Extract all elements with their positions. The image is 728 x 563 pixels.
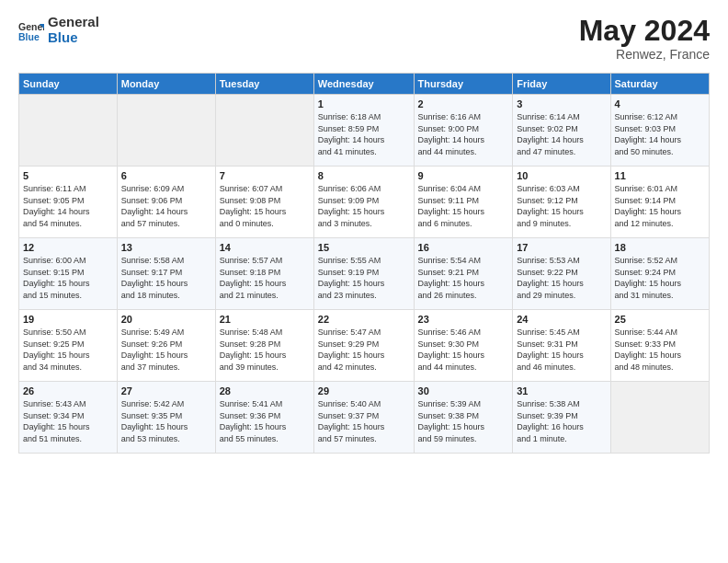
day-number: 2 [418, 98, 509, 109]
day-cell-21: 21Sunrise: 5:48 AM Sunset: 9:28 PM Dayli… [215, 310, 313, 382]
day-info: Sunrise: 5:52 AM Sunset: 9:24 PM Dayligh… [615, 255, 705, 301]
day-cell-27: 27Sunrise: 5:42 AM Sunset: 9:35 PM Dayli… [117, 382, 215, 454]
header-day-wednesday: Wednesday [313, 74, 414, 95]
day-info: Sunrise: 5:55 AM Sunset: 9:19 PM Dayligh… [318, 255, 410, 301]
day-number: 6 [121, 170, 211, 181]
day-cell-6: 6Sunrise: 6:09 AM Sunset: 9:06 PM Daylig… [117, 167, 215, 238]
day-info: Sunrise: 5:40 AM Sunset: 9:37 PM Dayligh… [318, 398, 410, 444]
day-number: 27 [121, 385, 211, 396]
day-cell-8: 8Sunrise: 6:06 AM Sunset: 9:09 PM Daylig… [313, 167, 414, 238]
day-info: Sunrise: 6:01 AM Sunset: 9:14 PM Dayligh… [615, 183, 705, 229]
day-number: 1 [318, 98, 410, 109]
day-number: 15 [318, 242, 410, 253]
day-number: 18 [615, 242, 705, 253]
day-info: Sunrise: 5:53 AM Sunset: 9:22 PM Dayligh… [517, 255, 606, 301]
calendar-table: SundayMondayTuesdayWednesdayThursdayFrid… [18, 73, 710, 454]
day-number: 8 [318, 170, 410, 181]
day-info: Sunrise: 5:54 AM Sunset: 9:21 PM Dayligh… [418, 255, 509, 301]
logo-line1: General [48, 15, 99, 30]
day-info: Sunrise: 5:41 AM Sunset: 9:36 PM Dayligh… [220, 398, 310, 444]
logo-text-block: General Blue [48, 15, 99, 45]
logo-icon: General Blue [18, 17, 44, 43]
day-info: Sunrise: 6:16 AM Sunset: 9:00 PM Dayligh… [418, 111, 509, 157]
header-day-tuesday: Tuesday [215, 74, 313, 95]
day-number: 20 [121, 314, 211, 325]
day-cell-5: 5Sunrise: 6:11 AM Sunset: 9:05 PM Daylig… [19, 167, 118, 238]
day-number: 29 [318, 385, 410, 396]
month-title: May 2024 [579, 15, 710, 47]
day-info: Sunrise: 5:57 AM Sunset: 9:18 PM Dayligh… [220, 255, 310, 301]
day-number: 24 [517, 314, 606, 325]
day-info: Sunrise: 6:09 AM Sunset: 9:06 PM Dayligh… [121, 183, 211, 229]
week-row-1: 5Sunrise: 6:11 AM Sunset: 9:05 PM Daylig… [19, 167, 710, 238]
day-info: Sunrise: 5:38 AM Sunset: 9:39 PM Dayligh… [517, 398, 606, 444]
logo: General Blue General Blue [18, 15, 99, 45]
day-number: 10 [517, 170, 606, 181]
day-cell-empty [610, 382, 709, 454]
day-cell-28: 28Sunrise: 5:41 AM Sunset: 9:36 PM Dayli… [215, 382, 313, 454]
day-cell-2: 2Sunrise: 6:16 AM Sunset: 9:00 PM Daylig… [414, 95, 513, 167]
logo-line2: Blue [48, 30, 99, 46]
day-cell-31: 31Sunrise: 5:38 AM Sunset: 9:39 PM Dayli… [513, 382, 610, 454]
day-info: Sunrise: 6:07 AM Sunset: 9:08 PM Dayligh… [220, 183, 310, 229]
day-number: 19 [23, 314, 113, 325]
day-cell-14: 14Sunrise: 5:57 AM Sunset: 9:18 PM Dayli… [215, 238, 313, 310]
week-row-3: 19Sunrise: 5:50 AM Sunset: 9:25 PM Dayli… [19, 310, 710, 382]
day-cell-24: 24Sunrise: 5:45 AM Sunset: 9:31 PM Dayli… [513, 310, 610, 382]
day-info: Sunrise: 6:12 AM Sunset: 9:03 PM Dayligh… [615, 111, 705, 157]
day-number: 17 [517, 242, 606, 253]
calendar-page: General Blue General Blue May 2024 Renwe… [0, 0, 728, 463]
day-cell-29: 29Sunrise: 5:40 AM Sunset: 9:37 PM Dayli… [313, 382, 414, 454]
day-cell-empty [215, 95, 313, 167]
day-number: 28 [220, 385, 310, 396]
day-cell-7: 7Sunrise: 6:07 AM Sunset: 9:08 PM Daylig… [215, 167, 313, 238]
svg-text:Blue: Blue [18, 30, 40, 41]
header: General Blue General Blue May 2024 Renwe… [18, 15, 710, 62]
week-row-2: 12Sunrise: 6:00 AM Sunset: 9:15 PM Dayli… [19, 238, 710, 310]
location-subtitle: Renwez, France [579, 47, 710, 62]
day-cell-11: 11Sunrise: 6:01 AM Sunset: 9:14 PM Dayli… [610, 167, 709, 238]
day-number: 11 [615, 170, 705, 181]
day-number: 26 [23, 385, 113, 396]
header-day-friday: Friday [513, 74, 610, 95]
day-number: 22 [318, 314, 410, 325]
day-cell-19: 19Sunrise: 5:50 AM Sunset: 9:25 PM Dayli… [19, 310, 118, 382]
day-cell-30: 30Sunrise: 5:39 AM Sunset: 9:38 PM Dayli… [414, 382, 513, 454]
day-cell-16: 16Sunrise: 5:54 AM Sunset: 9:21 PM Dayli… [414, 238, 513, 310]
calendar-header: SundayMondayTuesdayWednesdayThursdayFrid… [19, 74, 710, 95]
header-day-thursday: Thursday [414, 74, 513, 95]
day-info: Sunrise: 5:48 AM Sunset: 9:28 PM Dayligh… [220, 327, 310, 373]
day-cell-22: 22Sunrise: 5:47 AM Sunset: 9:29 PM Dayli… [313, 310, 414, 382]
day-cell-26: 26Sunrise: 5:43 AM Sunset: 9:34 PM Dayli… [19, 382, 118, 454]
day-cell-25: 25Sunrise: 5:44 AM Sunset: 9:33 PM Dayli… [610, 310, 709, 382]
day-number: 12 [23, 242, 113, 253]
day-number: 31 [517, 385, 606, 396]
calendar-body: 1Sunrise: 6:18 AM Sunset: 8:59 PM Daylig… [19, 95, 710, 454]
day-number: 16 [418, 242, 509, 253]
day-cell-10: 10Sunrise: 6:03 AM Sunset: 9:12 PM Dayli… [513, 167, 610, 238]
day-cell-empty [19, 95, 118, 167]
day-info: Sunrise: 6:03 AM Sunset: 9:12 PM Dayligh… [517, 183, 606, 229]
day-info: Sunrise: 6:14 AM Sunset: 9:02 PM Dayligh… [517, 111, 606, 157]
day-info: Sunrise: 5:58 AM Sunset: 9:17 PM Dayligh… [121, 255, 211, 301]
day-info: Sunrise: 5:42 AM Sunset: 9:35 PM Dayligh… [121, 398, 211, 444]
day-number: 23 [418, 314, 509, 325]
day-cell-23: 23Sunrise: 5:46 AM Sunset: 9:30 PM Dayli… [414, 310, 513, 382]
day-cell-9: 9Sunrise: 6:04 AM Sunset: 9:11 PM Daylig… [414, 167, 513, 238]
day-cell-15: 15Sunrise: 5:55 AM Sunset: 9:19 PM Dayli… [313, 238, 414, 310]
day-number: 21 [220, 314, 310, 325]
day-cell-4: 4Sunrise: 6:12 AM Sunset: 9:03 PM Daylig… [610, 95, 709, 167]
day-info: Sunrise: 6:11 AM Sunset: 9:05 PM Dayligh… [23, 183, 113, 229]
day-info: Sunrise: 5:49 AM Sunset: 9:26 PM Dayligh… [121, 327, 211, 373]
day-cell-17: 17Sunrise: 5:53 AM Sunset: 9:22 PM Dayli… [513, 238, 610, 310]
title-block: May 2024 Renwez, France [579, 15, 710, 62]
day-number: 4 [615, 98, 705, 109]
day-cell-3: 3Sunrise: 6:14 AM Sunset: 9:02 PM Daylig… [513, 95, 610, 167]
day-cell-empty [117, 95, 215, 167]
header-row: SundayMondayTuesdayWednesdayThursdayFrid… [19, 74, 710, 95]
day-info: Sunrise: 5:39 AM Sunset: 9:38 PM Dayligh… [418, 398, 509, 444]
header-day-saturday: Saturday [610, 74, 709, 95]
day-info: Sunrise: 5:46 AM Sunset: 9:30 PM Dayligh… [418, 327, 509, 373]
day-cell-20: 20Sunrise: 5:49 AM Sunset: 9:26 PM Dayli… [117, 310, 215, 382]
day-info: Sunrise: 6:04 AM Sunset: 9:11 PM Dayligh… [418, 183, 509, 229]
